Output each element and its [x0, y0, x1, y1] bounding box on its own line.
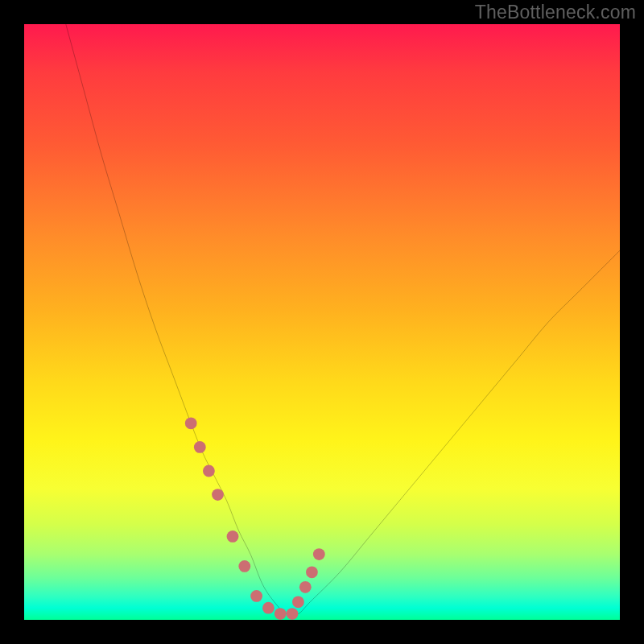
bottleneck-curve — [66, 24, 620, 615]
threshold-dot — [292, 596, 304, 608]
threshold-dot — [306, 566, 318, 578]
threshold-dot — [238, 560, 250, 572]
threshold-dot — [250, 590, 262, 602]
threshold-dot — [227, 530, 239, 543]
threshold-dot — [203, 465, 215, 477]
threshold-dots — [185, 417, 325, 620]
threshold-dot — [185, 417, 197, 429]
threshold-dot — [262, 602, 275, 614]
watermark-text: TheBottleneck.com — [475, 2, 636, 23]
threshold-dot — [287, 608, 299, 620]
threshold-dot — [299, 581, 312, 593]
threshold-dot — [212, 489, 224, 501]
plot-area — [24, 24, 620, 620]
threshold-dot — [194, 441, 206, 453]
threshold-dot — [275, 608, 287, 620]
chart-svg — [24, 24, 620, 620]
chart-frame: TheBottleneck.com — [0, 0, 644, 644]
threshold-dot — [313, 548, 325, 560]
